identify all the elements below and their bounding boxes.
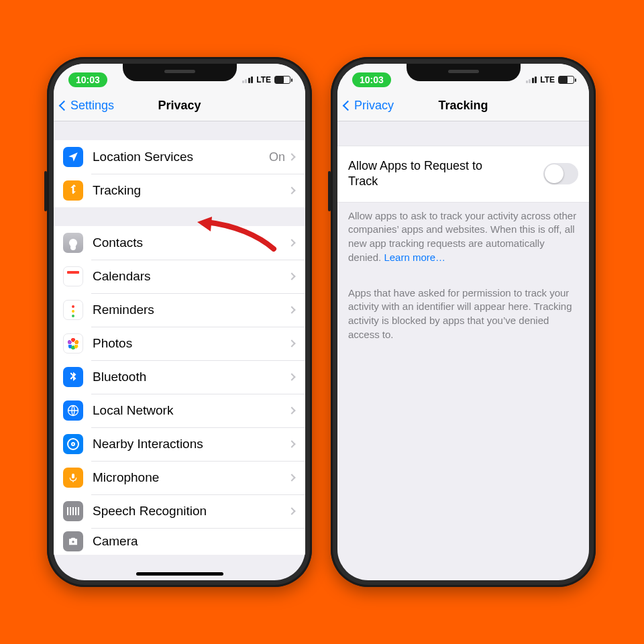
row-label: Bluetooth [93, 370, 289, 384]
contacts-icon [63, 233, 83, 253]
chevron-left-icon [59, 101, 70, 111]
svg-point-2 [72, 541, 75, 544]
tracking-apps-footer: Apps that have asked for permission to t… [337, 280, 589, 342]
chevron-right-icon [288, 440, 295, 447]
page-title: Privacy [158, 99, 201, 113]
chevron-right-icon [288, 186, 295, 194]
svg-rect-1 [72, 474, 74, 478]
camera-icon [63, 531, 83, 551]
cellular-signal-icon [242, 76, 254, 83]
row-label: Calendars [93, 269, 289, 284]
allow-tracking-toggle[interactable] [543, 163, 578, 184]
row-label: Contacts [93, 235, 289, 250]
row-allow-tracking[interactable]: Allow Apps to Request to Track [337, 146, 589, 203]
battery-icon [274, 76, 290, 84]
screen-privacy: 10:03 LTE Settings Privacy [54, 64, 305, 580]
microphone-icon [63, 468, 83, 488]
row-contacts[interactable]: Contacts [54, 226, 305, 260]
row-label: Tracking [93, 183, 289, 198]
chevron-right-icon [288, 153, 295, 160]
network-label: LTE [256, 75, 271, 85]
notch [123, 64, 237, 81]
chevron-right-icon [288, 306, 295, 313]
back-button[interactable]: Privacy [344, 91, 394, 121]
row-label: Reminders [93, 303, 289, 317]
learn-more-link[interactable]: Learn more… [384, 252, 445, 263]
row-bluetooth[interactable]: Bluetooth [54, 360, 305, 394]
location-icon [63, 147, 83, 167]
toggle-label: Allow Apps to Request to Track [348, 158, 496, 190]
status-time: 10:03 [352, 72, 391, 87]
chevron-right-icon [288, 507, 295, 515]
calendars-icon [63, 266, 83, 286]
row-label: Nearby Interactions [93, 437, 289, 451]
row-calendars[interactable]: Calendars [54, 260, 305, 293]
row-label: Camera [93, 534, 294, 549]
row-reminders[interactable]: Reminders [54, 293, 305, 327]
row-nearby-interactions[interactable]: Nearby Interactions [54, 427, 305, 461]
phone-privacy: 10:03 LTE Settings Privacy [47, 57, 312, 587]
battery-icon [558, 76, 574, 84]
back-label: Settings [70, 99, 114, 113]
row-speech-recognition[interactable]: Speech Recognition [54, 494, 305, 528]
row-label: Photos [93, 336, 289, 351]
row-detail: On [269, 150, 285, 164]
tracking-content: Allow Apps to Request to Track Allow app… [337, 121, 589, 341]
privacy-list[interactable]: Location Services On Tracking Contacts C… [54, 121, 305, 555]
row-camera[interactable]: Camera [54, 528, 305, 555]
navbar-tracking: Privacy Tracking [337, 91, 589, 121]
chevron-right-icon [288, 339, 295, 347]
chevron-right-icon [288, 239, 295, 246]
row-label: Microphone [93, 470, 289, 485]
row-label: Local Network [93, 403, 289, 418]
row-label: Location Services [93, 150, 269, 164]
photos-icon [63, 333, 83, 354]
chevron-right-icon [288, 407, 295, 414]
tracking-icon [63, 180, 83, 201]
tracking-description: Allow apps to ask to track your activity… [337, 203, 589, 265]
row-photos[interactable]: Photos [54, 327, 305, 360]
back-button[interactable]: Settings [60, 91, 114, 121]
notch [407, 64, 521, 81]
row-label: Speech Recognition [93, 504, 289, 519]
row-microphone[interactable]: Microphone [54, 461, 305, 494]
home-indicator[interactable] [136, 572, 223, 576]
chevron-right-icon [288, 272, 295, 280]
chevron-right-icon [288, 474, 295, 481]
nearby-icon [63, 434, 83, 454]
chevron-left-icon [343, 101, 354, 111]
row-tracking[interactable]: Tracking [54, 174, 305, 207]
screen-tracking: 10:03 LTE Privacy Tracking Allow Apps to… [337, 64, 589, 580]
cellular-signal-icon [526, 76, 537, 83]
speech-icon [63, 501, 83, 521]
network-label: LTE [540, 75, 555, 85]
row-location-services[interactable]: Location Services On [54, 140, 305, 174]
phone-tracking: 10:03 LTE Privacy Tracking Allow Apps to… [331, 57, 596, 587]
back-label: Privacy [354, 99, 394, 113]
chevron-right-icon [288, 373, 295, 380]
navbar-privacy: Settings Privacy [54, 91, 305, 121]
row-local-network[interactable]: Local Network [54, 394, 305, 427]
page-title: Tracking [438, 99, 488, 113]
local-network-icon [63, 400, 83, 421]
bluetooth-icon [63, 367, 83, 387]
reminders-icon [63, 300, 83, 320]
status-time: 10:03 [68, 72, 107, 87]
